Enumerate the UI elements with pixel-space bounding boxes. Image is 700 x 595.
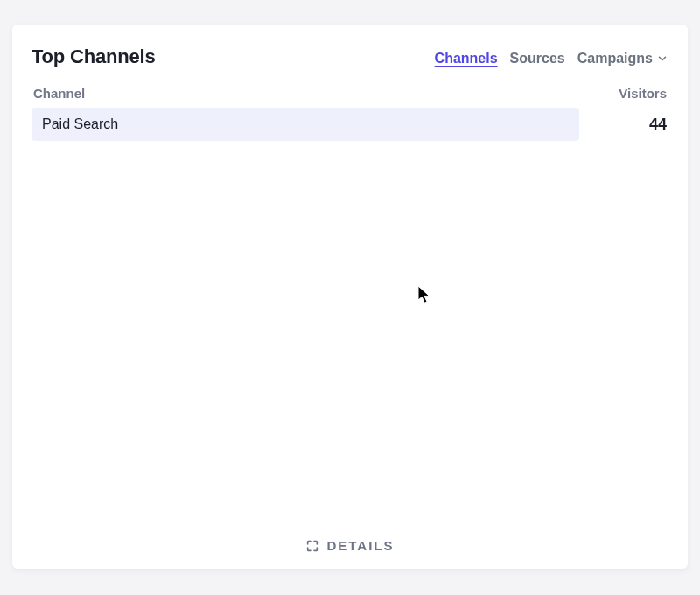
row-value: 44 [584,116,668,134]
tab-campaigns-label: Campaigns [578,51,653,66]
table-row[interactable]: Paid Search44 [32,108,668,141]
spacer [32,144,668,531]
details-button[interactable]: DETAILS [305,538,394,553]
table-header-row: Channel Visitors [32,86,668,108]
tab-channels[interactable]: Channels [435,51,498,68]
tab-campaigns[interactable]: Campaigns [578,51,668,68]
col-visitors: Visitors [619,86,667,101]
card-footer: DETAILS [32,531,668,553]
row-label: Paid Search [32,116,118,132]
chevron-down-icon [656,52,668,65]
col-channel: Channel [33,86,85,101]
tab-sources[interactable]: Sources [510,51,565,68]
rows-container: Paid Search44 [32,108,668,144]
details-label: DETAILS [326,538,394,553]
expand-icon [305,539,319,553]
top-channels-card: Top Channels Channels Sources Campaigns … [12,24,688,569]
card-header: Top Channels Channels Sources Campaigns [32,46,668,68]
tabs: Channels Sources Campaigns [435,51,668,68]
card-title: Top Channels [32,46,155,68]
